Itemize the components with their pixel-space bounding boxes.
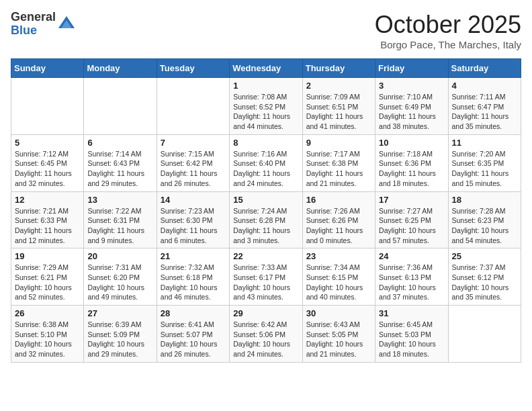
weekday-header-friday: Friday [375,59,448,78]
day-number: 1 [233,81,298,91]
day-info: Sunrise: 7:12 AM Sunset: 6:45 PM Dayligh… [15,149,80,189]
day-info: Sunrise: 7:21 AM Sunset: 6:33 PM Dayligh… [15,206,80,246]
day-info: Sunrise: 7:08 AM Sunset: 6:52 PM Dayligh… [233,92,298,132]
day-info: Sunrise: 7:34 AM Sunset: 6:15 PM Dayligh… [306,263,371,302]
day-info: Sunrise: 6:43 AM Sunset: 5:05 PM Dayligh… [306,320,371,359]
day-cell [157,78,229,135]
day-info: Sunrise: 6:42 AM Sunset: 5:06 PM Dayligh… [233,320,298,359]
day-cell: 27Sunrise: 6:39 AM Sunset: 5:09 PM Dayli… [84,306,157,363]
week-row-5: 26Sunrise: 6:38 AM Sunset: 5:10 PM Dayli… [11,306,521,363]
day-number: 7 [161,138,226,148]
day-number: 8 [233,138,298,148]
day-cell: 30Sunrise: 6:43 AM Sunset: 5:05 PM Dayli… [302,306,375,363]
day-number: 24 [379,251,444,261]
day-info: Sunrise: 7:14 AM Sunset: 6:43 PM Dayligh… [87,149,152,189]
day-number: 30 [306,308,371,318]
week-row-2: 5Sunrise: 7:12 AM Sunset: 6:45 PM Daylig… [11,134,521,191]
page-header: General Blue October 2025 Borgo Pace, Th… [11,11,521,50]
day-number: 10 [379,138,444,148]
day-number: 19 [15,251,80,261]
day-info: Sunrise: 7:33 AM Sunset: 6:17 PM Dayligh… [233,263,298,302]
week-row-1: 1Sunrise: 7:08 AM Sunset: 6:52 PM Daylig… [11,78,521,135]
day-info: Sunrise: 7:22 AM Sunset: 6:31 PM Dayligh… [87,206,152,246]
day-cell: 14Sunrise: 7:23 AM Sunset: 6:30 PM Dayli… [157,191,229,248]
day-info: Sunrise: 7:29 AM Sunset: 6:21 PM Dayligh… [15,263,80,302]
day-cell: 28Sunrise: 6:41 AM Sunset: 5:07 PM Dayli… [157,306,229,363]
day-info: Sunrise: 7:26 AM Sunset: 6:26 PM Dayligh… [306,206,371,246]
day-cell: 23Sunrise: 7:34 AM Sunset: 6:15 PM Dayli… [302,248,375,306]
day-cell: 22Sunrise: 7:33 AM Sunset: 6:17 PM Dayli… [230,248,302,306]
day-cell: 25Sunrise: 7:37 AM Sunset: 6:12 PM Dayli… [448,248,521,306]
weekday-header-saturday: Saturday [448,59,521,78]
title-block: October 2025 Borgo Pace, The Marches, It… [375,11,521,50]
day-number: 29 [233,308,298,318]
logo-icon [57,15,76,34]
day-number: 27 [87,308,152,318]
day-cell: 26Sunrise: 6:38 AM Sunset: 5:10 PM Dayli… [11,306,84,363]
day-cell: 11Sunrise: 7:20 AM Sunset: 6:35 PM Dayli… [448,134,521,191]
day-info: Sunrise: 7:09 AM Sunset: 6:51 PM Dayligh… [306,92,371,132]
day-number: 22 [233,251,298,261]
day-cell: 9Sunrise: 7:17 AM Sunset: 6:38 PM Daylig… [302,134,375,191]
weekday-header-wednesday: Wednesday [230,59,302,78]
day-cell [448,306,521,363]
day-cell [11,78,84,135]
day-info: Sunrise: 7:24 AM Sunset: 6:28 PM Dayligh… [233,206,298,246]
day-number: 2 [306,81,371,91]
day-number: 15 [233,195,298,205]
day-cell: 13Sunrise: 7:22 AM Sunset: 6:31 PM Dayli… [84,191,157,248]
weekday-header-monday: Monday [84,59,157,78]
day-cell: 10Sunrise: 7:18 AM Sunset: 6:36 PM Dayli… [375,134,448,191]
day-cell: 12Sunrise: 7:21 AM Sunset: 6:33 PM Dayli… [11,191,84,248]
day-info: Sunrise: 6:41 AM Sunset: 5:07 PM Dayligh… [161,320,226,359]
day-number: 28 [161,308,226,318]
day-number: 26 [15,308,80,318]
day-cell: 7Sunrise: 7:15 AM Sunset: 6:42 PM Daylig… [157,134,229,191]
day-cell: 1Sunrise: 7:08 AM Sunset: 6:52 PM Daylig… [230,78,302,135]
day-cell [84,78,157,135]
day-info: Sunrise: 7:31 AM Sunset: 6:20 PM Dayligh… [87,263,152,302]
weekday-header-sunday: Sunday [11,59,84,78]
day-number: 13 [87,195,152,205]
day-cell: 4Sunrise: 7:11 AM Sunset: 6:47 PM Daylig… [448,78,521,135]
day-info: Sunrise: 6:45 AM Sunset: 5:03 PM Dayligh… [379,320,444,359]
day-info: Sunrise: 7:11 AM Sunset: 6:47 PM Dayligh… [452,92,517,132]
day-number: 9 [306,138,371,148]
day-number: 18 [452,195,517,205]
day-number: 31 [379,308,444,318]
day-cell: 6Sunrise: 7:14 AM Sunset: 6:43 PM Daylig… [84,134,157,191]
day-info: Sunrise: 7:10 AM Sunset: 6:49 PM Dayligh… [379,92,444,132]
day-info: Sunrise: 7:20 AM Sunset: 6:35 PM Dayligh… [452,149,517,189]
day-cell: 31Sunrise: 6:45 AM Sunset: 5:03 PM Dayli… [375,306,448,363]
day-cell: 15Sunrise: 7:24 AM Sunset: 6:28 PM Dayli… [230,191,302,248]
day-number: 20 [87,251,152,261]
logo: General Blue [11,11,76,38]
day-number: 14 [161,195,226,205]
weekday-header-tuesday: Tuesday [157,59,229,78]
location: Borgo Pace, The Marches, Italy [375,39,521,50]
day-cell: 5Sunrise: 7:12 AM Sunset: 6:45 PM Daylig… [11,134,84,191]
day-info: Sunrise: 6:39 AM Sunset: 5:09 PM Dayligh… [87,320,152,359]
logo-blue: Blue [11,24,56,38]
day-info: Sunrise: 7:23 AM Sunset: 6:30 PM Dayligh… [161,206,226,246]
day-cell: 24Sunrise: 7:36 AM Sunset: 6:13 PM Dayli… [375,248,448,306]
logo-general: General [11,11,56,24]
day-number: 12 [15,195,80,205]
day-info: Sunrise: 7:36 AM Sunset: 6:13 PM Dayligh… [379,263,444,302]
day-cell: 3Sunrise: 7:10 AM Sunset: 6:49 PM Daylig… [375,78,448,135]
day-cell: 2Sunrise: 7:09 AM Sunset: 6:51 PM Daylig… [302,78,375,135]
day-number: 21 [161,251,226,261]
day-info: Sunrise: 6:38 AM Sunset: 5:10 PM Dayligh… [15,320,80,359]
day-info: Sunrise: 7:28 AM Sunset: 6:23 PM Dayligh… [452,206,517,246]
day-number: 11 [452,138,517,148]
day-info: Sunrise: 7:32 AM Sunset: 6:18 PM Dayligh… [161,263,226,302]
day-number: 3 [379,81,444,91]
day-info: Sunrise: 7:18 AM Sunset: 6:36 PM Dayligh… [379,149,444,189]
day-number: 23 [306,251,371,261]
day-cell: 20Sunrise: 7:31 AM Sunset: 6:20 PM Dayli… [84,248,157,306]
day-info: Sunrise: 7:37 AM Sunset: 6:12 PM Dayligh… [452,263,517,302]
day-cell: 8Sunrise: 7:16 AM Sunset: 6:40 PM Daylig… [230,134,302,191]
day-number: 5 [15,138,80,148]
week-row-4: 19Sunrise: 7:29 AM Sunset: 6:21 PM Dayli… [11,248,521,306]
day-cell: 29Sunrise: 6:42 AM Sunset: 5:06 PM Dayli… [230,306,302,363]
